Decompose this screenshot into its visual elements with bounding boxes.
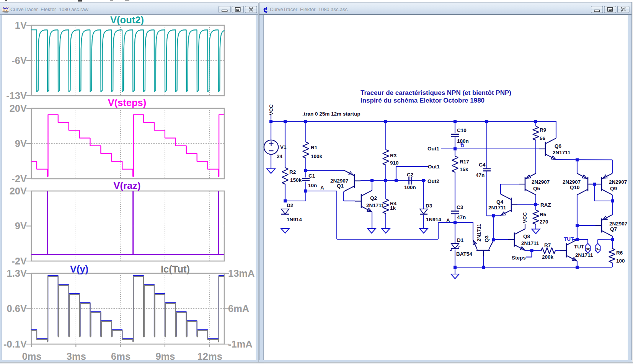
svg-text:Q6: Q6 [555,143,562,149]
svg-text:9V: 9V [15,220,27,231]
svg-text:13mA: 13mA [228,268,255,279]
svg-text:C3: C3 [457,204,463,210]
svg-text:150k: 150k [290,177,302,183]
svg-text:-2V: -2V [11,173,27,184]
svg-text:1k: 1k [390,205,396,211]
svg-text:0.6V: 0.6V [7,303,27,314]
svg-text:C10: C10 [457,127,467,133]
svg-text:Q10: Q10 [570,184,580,190]
svg-text:R6: R6 [616,250,623,256]
svg-text:100k: 100k [311,153,323,159]
svg-text:9ms: 9ms [155,351,175,362]
svg-text:47n: 47n [457,214,466,220]
svg-text:D3: D3 [426,203,432,209]
svg-text:2N2907: 2N2907 [609,179,627,185]
svg-text:Q8: Q8 [523,233,530,239]
svg-text:C1: C1 [308,173,315,179]
svg-text:-6V: -6V [11,55,27,66]
svg-text:2N1711: 2N1711 [366,202,384,208]
svg-text:1V: 1V [15,20,27,31]
svg-text:9V: 9V [15,138,27,149]
svg-text:C2: C2 [407,172,413,178]
svg-text:20V: 20V [10,103,27,114]
svg-text:6mA: 6mA [228,303,249,314]
svg-text:R1: R1 [311,145,318,150]
svg-text:100n: 100n [457,138,469,144]
svg-text:R9: R9 [540,127,546,133]
svg-text:R7: R7 [544,242,551,248]
svg-text:2N1711: 2N1711 [521,240,539,246]
svg-text:-1mA: -1mA [228,339,253,349]
svg-text:V(steps): V(steps) [108,97,147,108]
svg-text:24: 24 [277,153,283,159]
svg-text:2N1711: 2N1711 [575,252,593,258]
svg-text:Ic(Tut): Ic(Tut) [161,264,190,274]
svg-text:V(y): V(y) [70,264,88,274]
svg-text:56: 56 [540,135,546,141]
svg-text:1N914: 1N914 [426,217,441,222]
svg-text:R2: R2 [289,169,296,175]
svg-text:R3: R3 [390,153,397,158]
svg-text:Out1: Out1 [428,164,440,170]
svg-text:Q9: Q9 [610,186,617,191]
svg-text:0ms: 0ms [22,351,41,362]
svg-text:Q1: Q1 [337,183,344,189]
svg-text:-2V: -2V [11,256,27,266]
svg-text:V1: V1 [280,144,287,150]
svg-text:CurveTracer_Elektor_1080 asc.a: CurveTracer_Elektor_1080 asc.asc [270,7,348,12]
svg-text:2N1711: 2N1711 [553,150,571,155]
svg-text:R17: R17 [460,159,469,165]
svg-text:47n: 47n [476,172,485,178]
svg-text:15k: 15k [460,166,468,172]
svg-text:.tran 0 25m 12m startup: .tran 0 25m 12m startup [302,111,361,117]
svg-text:CurveTracer_Elektor_1080 asc.r: CurveTracer_Elektor_1080 asc.raw [10,7,89,12]
svg-text:12ms: 12ms [197,351,222,362]
svg-text:200k: 200k [542,254,554,260]
svg-text:1.3V: 1.3V [7,268,27,279]
svg-text:10n: 10n [308,183,317,188]
svg-text:TUT: TUT [574,244,584,250]
svg-text:100: 100 [616,258,625,264]
svg-text:Out2: Out2 [427,178,439,184]
svg-text:100n: 100n [404,184,416,190]
svg-text:Y: Y [595,248,601,251]
svg-text:V(raz): V(raz) [114,180,141,191]
svg-text:Q7: Q7 [610,226,617,232]
svg-text:R5: R5 [540,212,547,217]
svg-text:Inspiré du schéma Elektor Octo: Inspiré du schéma Elektor Octobre 1980 [361,97,485,104]
svg-text:Traceur de caractéristiques NP: Traceur de caractéristiques NPN (et bien… [361,89,511,96]
svg-text:A: A [320,185,324,191]
svg-text:VCC: VCC [268,104,274,115]
svg-text:6ms: 6ms [111,351,131,362]
svg-text:Q5: Q5 [533,186,540,191]
svg-text:Q4: Q4 [496,199,504,205]
svg-text:RAZ: RAZ [540,202,551,208]
svg-text:1N914: 1N914 [287,217,302,222]
svg-text:-0.1V: -0.1V [3,339,27,349]
svg-text:Steps: Steps [512,255,526,261]
svg-text:V(out2): V(out2) [110,15,144,25]
svg-text:-13V: -13V [6,90,27,101]
svg-text:BAT54: BAT54 [456,251,472,257]
svg-text:D2: D2 [287,202,293,208]
svg-text:X: X [586,248,591,251]
svg-text:2N1711: 2N1711 [488,205,506,211]
svg-text:270: 270 [540,219,548,225]
svg-text:2N2907: 2N2907 [609,221,627,227]
svg-text:20V: 20V [10,186,27,196]
svg-text:TUT: TUT [564,236,574,242]
svg-text:Out1: Out1 [427,146,439,152]
svg-text:910: 910 [390,160,399,166]
svg-text:2N1711: 2N1711 [476,224,482,242]
svg-text:VCC: VCC [522,212,528,223]
svg-text:Q2: Q2 [370,195,377,201]
svg-text:D1: D1 [457,237,464,243]
svg-text:2N2907: 2N2907 [532,179,550,185]
svg-text:A: A [446,217,450,223]
svg-text:3ms: 3ms [67,351,86,362]
svg-text:C4: C4 [479,162,486,168]
svg-text:2N2907: 2N2907 [563,179,581,185]
svg-text:Q3: Q3 [484,235,489,242]
